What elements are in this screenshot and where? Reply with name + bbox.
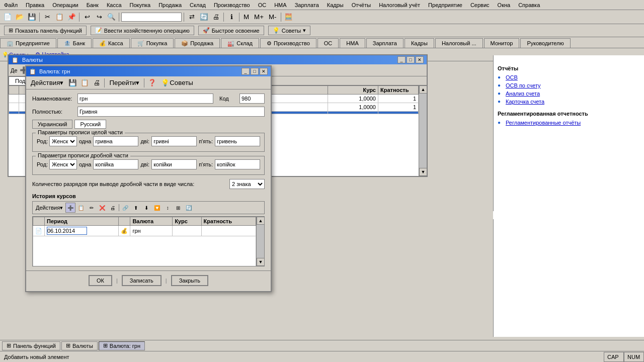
- hist-actions-btn[interactable]: Действия ▾: [34, 203, 65, 213]
- taskbar-item-panel[interactable]: ⊞ Панель функций: [2, 341, 60, 350]
- name-input[interactable]: [77, 94, 213, 104]
- mminus-btn[interactable]: M-: [267, 12, 279, 23]
- hist-group-btn[interactable]: ⊞: [173, 203, 183, 213]
- link-analysis[interactable]: Анализ счета: [498, 90, 640, 97]
- whole-five-input[interactable]: [215, 136, 260, 146]
- hist-period-input[interactable]: [47, 227, 87, 235]
- frac-gender-select[interactable]: Женск Мужск: [49, 159, 77, 169]
- menu-prod[interactable]: Производство: [212, 2, 252, 9]
- print-btn[interactable]: 🖨: [210, 12, 221, 23]
- menu-warehouse[interactable]: Склад: [188, 2, 208, 9]
- tab-prodazha[interactable]: 📦 Продажа: [175, 38, 220, 48]
- enter-op-btn[interactable]: 📝 Ввести хозяйственную операцию: [91, 26, 194, 35]
- bg-maximize-btn[interactable]: □: [407, 56, 415, 63]
- save-button[interactable]: Записать: [122, 275, 162, 286]
- menu-windows[interactable]: Окна: [496, 2, 513, 9]
- hist-move-up-btn[interactable]: ⬆: [131, 203, 141, 213]
- nav-btn[interactable]: ⇄: [186, 12, 197, 23]
- digits-select[interactable]: 1 знак 2 знака 3 знака: [229, 179, 265, 189]
- fast-dev-btn[interactable]: 🚀 Быстрое освоение: [198, 26, 264, 35]
- hist-edit-btn[interactable]: ✏: [87, 203, 97, 213]
- menu-kassa[interactable]: Касса: [105, 2, 124, 9]
- hist-move-down-btn[interactable]: ⬇: [141, 203, 151, 213]
- hist-del-btn[interactable]: ❌: [97, 203, 107, 213]
- history-row[interactable]: 📄 💰 грн: [33, 226, 264, 236]
- full-input[interactable]: [77, 107, 265, 117]
- link-card[interactable]: Карточка счета: [498, 99, 640, 105]
- modal-copy-btn[interactable]: 📋: [79, 77, 90, 88]
- refresh-btn[interactable]: 🔄: [198, 12, 209, 23]
- ok-button[interactable]: ОК: [89, 275, 112, 286]
- scroll-v[interactable]: ▲ ▼: [419, 85, 427, 176]
- taskbar-item-currency-grn[interactable]: ⊞ Валюта: грн: [99, 341, 145, 350]
- mplus-btn[interactable]: M+: [252, 12, 266, 23]
- tab-nma[interactable]: НМА: [340, 38, 365, 48]
- modal-actions-btn[interactable]: Действия ▾: [28, 77, 66, 88]
- modal-close-btn[interactable]: ✕: [260, 68, 268, 75]
- tab-production[interactable]: ⚙ Производство: [260, 38, 316, 48]
- open-btn[interactable]: 📂: [14, 12, 25, 23]
- tab-bank[interactable]: 🏦 Банк: [57, 38, 92, 48]
- link-osv-account[interactable]: ОСВ по счету: [498, 82, 640, 88]
- menu-help[interactable]: Справка: [516, 2, 542, 9]
- code-input[interactable]: [239, 94, 265, 104]
- menu-edit[interactable]: Правка: [24, 2, 46, 9]
- hist-filter-btn[interactable]: 🔽: [152, 203, 162, 213]
- tab-pokupka[interactable]: 🛒 Покупка: [131, 38, 174, 48]
- bg-minimize-btn[interactable]: _: [397, 56, 406, 63]
- bg-close-btn[interactable]: ✕: [416, 56, 424, 63]
- menu-ops[interactable]: Операции: [50, 2, 80, 9]
- tab-russian[interactable]: Русский: [74, 120, 106, 129]
- советы-btn[interactable]: 💡 Советы ▾: [268, 26, 310, 35]
- hist-copy-btn[interactable]: 📋: [76, 203, 86, 213]
- undo-btn[interactable]: ↩: [82, 12, 93, 23]
- modal-save-btn[interactable]: 💾: [67, 77, 78, 88]
- menu-reports[interactable]: Отчёты: [350, 2, 373, 9]
- menu-file[interactable]: Файл: [2, 2, 20, 9]
- new-btn[interactable]: 📄: [2, 12, 13, 23]
- menu-service[interactable]: Сервис: [468, 2, 492, 9]
- hist-scroll-up[interactable]: ▲: [257, 217, 265, 225]
- hist-scroll-down[interactable]: ▼: [257, 258, 265, 266]
- tab-kadry[interactable]: Кадры: [405, 38, 434, 48]
- modal-советы-btn[interactable]: 💡 Советы: [158, 77, 196, 88]
- frac-two-input[interactable]: [151, 159, 197, 169]
- calc-btn[interactable]: 🧮: [283, 12, 294, 23]
- hist-scroll-v[interactable]: ▲ ▼: [256, 217, 264, 266]
- tab-nalog[interactable]: Налоговый ...: [435, 38, 483, 48]
- menu-hr[interactable]: Кадры: [325, 2, 346, 9]
- tab-predpriyatie[interactable]: 🏢 Предприятие: [0, 38, 56, 48]
- modal-print-btn[interactable]: 🖨: [91, 77, 102, 88]
- search-input[interactable]: [121, 13, 182, 22]
- modal-help-btn[interactable]: ❓: [146, 77, 157, 88]
- link-reg-reports[interactable]: Регламентированные отчёты: [498, 120, 640, 126]
- search-btn[interactable]: 🔍: [106, 12, 117, 23]
- paste-btn[interactable]: 📌: [66, 12, 77, 23]
- modal-maximize-btn[interactable]: □: [251, 68, 259, 75]
- scroll-up[interactable]: ▲: [419, 85, 427, 94]
- redo-btn[interactable]: ↪: [94, 12, 105, 23]
- menu-tax[interactable]: Налоговый учёт: [377, 2, 422, 9]
- tab-monitor[interactable]: Монитор: [484, 38, 520, 48]
- whole-two-input[interactable]: [151, 136, 197, 146]
- tab-ukrainian[interactable]: Украинский: [32, 120, 72, 129]
- tab-os[interactable]: ОС: [317, 38, 339, 48]
- cut-btn[interactable]: ✂: [42, 12, 53, 23]
- tab-sklad[interactable]: 🏭 Склад: [221, 38, 259, 48]
- menu-os[interactable]: ОС: [256, 2, 269, 9]
- modal-minimize-btn[interactable]: _: [242, 68, 250, 75]
- menu-enterprise[interactable]: Предприятие: [426, 2, 464, 9]
- hist-sort-btn[interactable]: ↕: [163, 203, 173, 213]
- taskbar-item-currencies[interactable]: ⊞ Валюты: [61, 341, 98, 350]
- whole-one-input[interactable]: [93, 136, 138, 146]
- menu-salary[interactable]: Зарплата: [293, 2, 321, 9]
- menu-bank[interactable]: Банк: [85, 2, 101, 9]
- close-button[interactable]: Закрыть: [171, 275, 208, 286]
- copy-btn[interactable]: 📋: [54, 12, 65, 23]
- menu-nma[interactable]: НМА: [272, 2, 288, 9]
- hist-refresh-btn[interactable]: 🔄: [184, 203, 194, 213]
- scroll-down[interactable]: ▼: [419, 168, 427, 176]
- menu-buy[interactable]: Покупка: [128, 2, 153, 9]
- whole-gender-select[interactable]: Женск Мужск: [49, 136, 77, 146]
- tab-zarplata[interactable]: Зарплата: [366, 38, 404, 48]
